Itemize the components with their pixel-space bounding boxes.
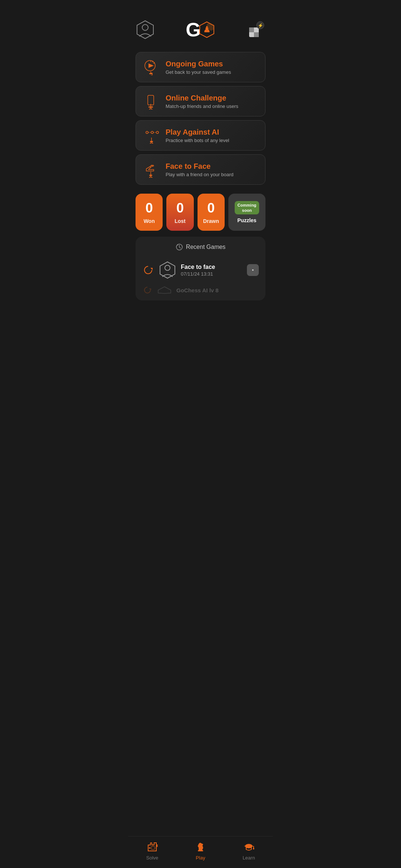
svg-marker-11 (149, 63, 154, 68)
svg-point-1 (142, 24, 148, 30)
won-stat-card[interactable]: 0 Won (136, 194, 163, 231)
face-to-face-icon (143, 161, 160, 178)
play-ai-button[interactable]: Play Against AI Practice with bots of an… (136, 120, 265, 151)
header: G ♟ ⚡ (128, 0, 273, 48)
puzzles-label: Puzzles (237, 217, 256, 223)
svg-marker-29 (158, 287, 171, 293)
recent-games-header: Recent Games (142, 243, 259, 251)
coming-soon-badge: Commingsoon (235, 201, 260, 215)
recent-games-title: Recent Games (186, 244, 226, 250)
svg-point-16 (146, 131, 148, 134)
game-name-partial: GoChess AI lv 8 (176, 287, 219, 293)
svg-point-26 (165, 265, 170, 270)
face-to-face-button[interactable]: Face to Face Play with a friend on your … (136, 154, 265, 185)
svg-rect-13 (148, 95, 154, 105)
play-ai-text: Play Against AI Practice with bots of an… (166, 128, 229, 143)
game-item-info: Face to face 07/11/24 13:31 (181, 264, 242, 277)
drawn-label: Drawn (203, 218, 219, 224)
svg-point-18 (151, 131, 153, 134)
app-logo: G ♟ (186, 19, 215, 41)
game-replay-icon (142, 264, 154, 276)
game-item-action-button[interactable] (247, 264, 259, 276)
svg-point-27 (252, 269, 254, 271)
face-to-face-title: Face to Face (166, 162, 234, 171)
face-to-face-subtitle: Play with a friend on your board (166, 172, 234, 177)
svg-rect-21 (150, 141, 153, 142)
bluetooth-button[interactable]: ⚡ (246, 20, 265, 39)
lost-label: Lost (175, 218, 186, 224)
ongoing-games-icon (143, 59, 160, 75)
svg-rect-6 (249, 27, 254, 32)
online-challenge-icon (143, 93, 160, 109)
svg-rect-7 (254, 32, 259, 37)
face-to-face-text: Face to Face Play with a friend on your … (166, 162, 234, 177)
puzzles-card[interactable]: Commingsoon Puzzles (228, 194, 265, 231)
online-challenge-text: Online Challenge Match-up friends and on… (166, 94, 238, 109)
won-label: Won (144, 218, 155, 224)
ongoing-games-button[interactable]: Ongoing Games Get back to your saved gam… (136, 52, 265, 82)
svg-marker-28 (149, 289, 151, 290)
lost-value: 0 (176, 200, 184, 216)
svg-rect-22 (149, 175, 152, 176)
svg-text:⚡: ⚡ (257, 23, 263, 28)
lost-stat-card[interactable]: 0 Lost (166, 194, 193, 231)
svg-rect-12 (149, 73, 152, 74)
svg-marker-24 (150, 268, 153, 270)
ongoing-games-text: Ongoing Games Get back to your saved gam… (166, 60, 231, 75)
game-item-partial: GoChess AI lv 8 (142, 283, 259, 294)
stats-section: 0 Won 0 Lost 0 Drawn Commingsoon Puzzles (128, 185, 273, 237)
online-challenge-title: Online Challenge (166, 94, 238, 102)
menu-section: Ongoing Games Get back to your saved gam… (128, 52, 273, 185)
game-date: 07/11/24 13:31 (181, 271, 242, 277)
svg-rect-15 (149, 106, 153, 108)
play-ai-icon (143, 127, 160, 144)
ongoing-games-title: Ongoing Games (166, 60, 231, 68)
svg-point-20 (156, 131, 159, 134)
online-challenge-button[interactable]: Online Challenge Match-up friends and on… (136, 86, 265, 116)
won-value: 0 (146, 200, 153, 216)
game-item-avatar (159, 261, 176, 279)
recent-icon (176, 243, 183, 251)
online-challenge-subtitle: Match-up friends and online users (166, 103, 238, 109)
game-name: Face to face (181, 264, 242, 270)
ongoing-games-subtitle: Get back to your saved games (166, 69, 231, 75)
play-ai-subtitle: Practice with bots of any level (166, 138, 229, 143)
drawn-value: 0 (207, 200, 215, 216)
play-ai-title: Play Against AI (166, 128, 229, 137)
game-item: Face to face 07/11/24 13:31 (142, 257, 259, 283)
recent-games-section: Recent Games Face to face 07/11/24 13:31 (136, 237, 265, 300)
drawn-stat-card[interactable]: 0 Drawn (198, 194, 225, 231)
avatar-button[interactable] (136, 20, 155, 39)
